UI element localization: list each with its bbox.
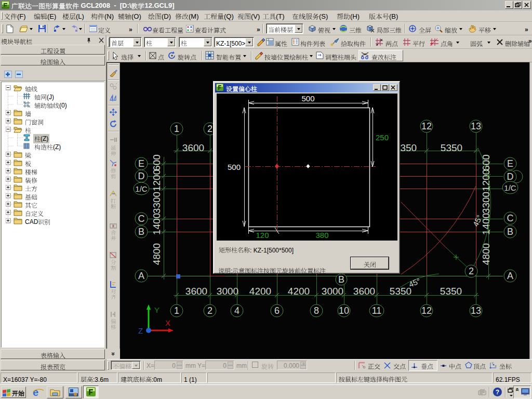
svg-text:D: D	[138, 171, 145, 181]
svg-text:Z: Z	[138, 326, 143, 335]
svg-text:1200: 1200	[151, 169, 162, 191]
svg-text:B: B	[338, 274, 344, 285]
svg-text:11: 11	[372, 305, 382, 316]
svg-text:5350: 5350	[390, 286, 411, 297]
svg-text:3600: 3600	[182, 142, 204, 153]
svg-text:1/C: 1/C	[135, 184, 148, 193]
svg-text:E: E	[138, 158, 144, 169]
svg-text:10: 10	[339, 305, 349, 316]
svg-text:5350: 5350	[441, 142, 462, 153]
svg-text:4: 4	[234, 305, 240, 316]
svg-text:8: 8	[314, 305, 319, 316]
svg-text:A: A	[507, 271, 513, 281]
svg-text:1: 1	[174, 305, 179, 316]
svg-text:4200: 4200	[249, 286, 271, 297]
svg-text:5350: 5350	[440, 286, 462, 297]
svg-text:12: 12	[421, 121, 432, 131]
svg-text:1: 1	[174, 124, 179, 134]
svg-text:45°: 45°	[407, 276, 421, 289]
svg-text:3600: 3600	[353, 286, 375, 297]
svg-text:6: 6	[274, 305, 280, 316]
svg-text:600: 600	[151, 154, 162, 171]
svg-text:4800: 4800	[481, 243, 491, 265]
svg-text:e: e	[33, 387, 38, 398]
svg-text:C: C	[507, 213, 514, 223]
svg-text:500: 500	[301, 94, 314, 103]
svg-text:C: C	[138, 214, 145, 224]
svg-text:?: ?	[496, 389, 499, 396]
svg-text:3300: 3300	[151, 192, 162, 214]
svg-text:3000: 3000	[217, 286, 238, 297]
svg-text:13: 13	[471, 305, 481, 316]
svg-text:Y: Y	[491, 362, 494, 365]
svg-text:4200: 4200	[288, 286, 310, 297]
svg-text:120: 120	[256, 231, 269, 240]
svg-text:2: 2	[469, 266, 474, 276]
svg-text:380: 380	[315, 231, 328, 240]
svg-text:250: 250	[376, 133, 389, 142]
svg-text:12: 12	[421, 305, 432, 316]
svg-text:500: 500	[228, 163, 241, 171]
svg-text:E: E	[507, 158, 513, 169]
svg-text:3000: 3000	[322, 286, 343, 297]
svg-text:3600: 3600	[185, 286, 207, 297]
svg-text:B: B	[138, 227, 144, 237]
svg-text:1400: 1400	[151, 213, 162, 235]
svg-text:A: A	[138, 271, 144, 281]
svg-text:X: X	[495, 365, 497, 368]
svg-text:D: D	[507, 171, 514, 182]
svg-text:2: 2	[207, 305, 212, 316]
svg-text:1/C: 1/C	[504, 183, 516, 192]
svg-text:2: 2	[207, 124, 212, 134]
svg-text:4800: 4800	[151, 243, 162, 265]
svg-text:Y: Y	[154, 305, 159, 314]
svg-text:3300: 3300	[481, 192, 491, 214]
svg-text:X: X	[165, 318, 170, 327]
svg-text:B: B	[507, 227, 513, 237]
svg-text:13: 13	[471, 121, 481, 131]
